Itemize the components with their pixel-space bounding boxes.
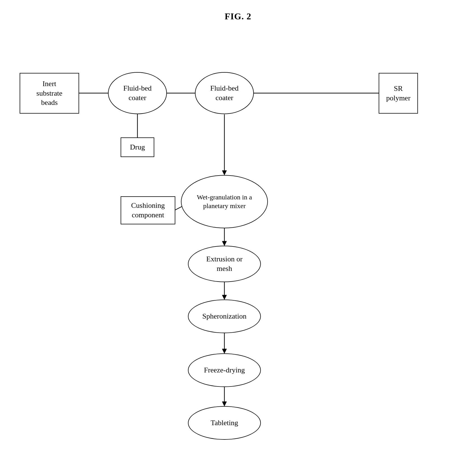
cushioning-component-label: Cushioning component — [131, 201, 165, 220]
sr-polymer-label: SR polymer — [386, 84, 411, 103]
extrusion-label: Extrusion or mesh — [206, 254, 242, 273]
fluid-bed-coater-1-label: Fluid-bed coater — [123, 84, 151, 103]
fluid-bed-coater-2-label: Fluid-bed coater — [210, 84, 238, 103]
spheronization-ellipse: Spheronization — [188, 300, 261, 333]
spheronization-label: Spheronization — [202, 312, 246, 321]
inert-substrate-beads-box: Inert substrate beads — [20, 73, 79, 114]
drug-label: Drug — [130, 142, 145, 152]
inert-substrate-beads-label: Inert substrate beads — [36, 79, 62, 107]
wet-granulation-label: Wet-granulation in a planetary mixer — [197, 193, 252, 210]
freeze-drying-label: Freeze-drying — [204, 365, 245, 375]
svg-marker-15 — [222, 295, 227, 300]
fluid-bed-coater-1-ellipse: Fluid-bed coater — [108, 72, 167, 114]
svg-marker-13 — [222, 241, 227, 246]
svg-marker-17 — [222, 349, 227, 353]
tableting-ellipse: Tableting — [188, 406, 261, 440]
cushioning-component-box: Cushioning component — [121, 196, 175, 224]
freeze-drying-ellipse: Freeze-drying — [188, 353, 261, 387]
extrusion-ellipse: Extrusion or mesh — [188, 246, 261, 282]
tableting-label: Tableting — [211, 418, 238, 428]
sr-polymer-box: SR polymer — [379, 73, 418, 114]
svg-marker-9 — [222, 171, 227, 175]
svg-marker-19 — [222, 402, 227, 406]
figure-title: FIG. 2 — [0, 0, 476, 22]
drug-box: Drug — [121, 137, 154, 157]
wet-granulation-ellipse: Wet-granulation in a planetary mixer — [181, 175, 268, 228]
fluid-bed-coater-2-ellipse: Fluid-bed coater — [195, 72, 254, 114]
